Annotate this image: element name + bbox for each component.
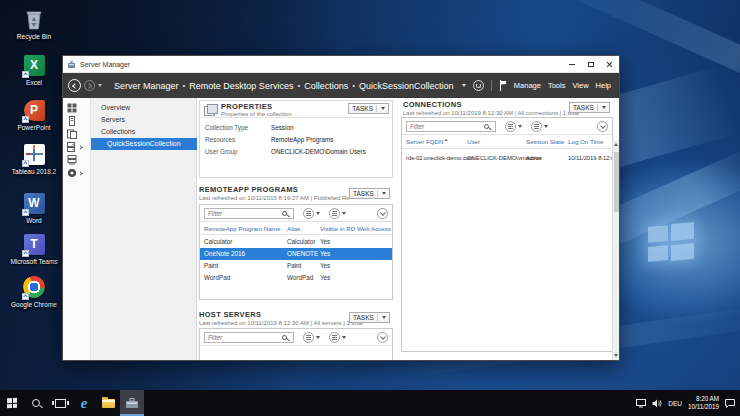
list-icon [534, 124, 539, 129]
filter-input[interactable] [205, 210, 281, 217]
minimize-button[interactable] [562, 56, 581, 72]
tree-item-servers[interactable]: Servers [91, 114, 197, 126]
filter-dropdown-button[interactable] [505, 121, 522, 132]
notifications-flag-icon[interactable] [499, 80, 507, 91]
clock-time: 8:20 AM [688, 395, 719, 404]
taskbar-server-manager-button[interactable] [120, 390, 144, 416]
menu-manage[interactable]: Manage [514, 81, 541, 90]
list-icon [306, 211, 311, 216]
remoteapp-tasks-button[interactable]: TASKS [349, 188, 390, 199]
task-view-button[interactable] [48, 390, 72, 416]
connections-subtitle: Last refreshed on 10/11/2019 8:12:30 AM … [403, 110, 579, 116]
table-row[interactable]: rds-02.oneclick-demo.com ONECLICK-DEMO\v… [402, 152, 612, 164]
filter-dropdown-button[interactable] [303, 208, 320, 219]
hostservers-tasks-button[interactable]: TASKS [349, 312, 390, 323]
hostservers-filter-row [200, 329, 392, 346]
taskbar-ie-button[interactable]: e [72, 390, 96, 416]
back-button[interactable] [68, 79, 81, 92]
hostservers-header: HOST SERVERS Last refreshed on 10/11/201… [199, 310, 363, 326]
desktop-icon-chrome[interactable]: Google Chrome [8, 274, 60, 308]
desktop-icon-word[interactable]: W Word [8, 190, 60, 224]
taskbar-explorer-button[interactable] [96, 390, 120, 416]
menu-help[interactable]: Help [596, 81, 611, 90]
desktop-icon-tableau[interactable]: Tableau 2018.2 [8, 141, 60, 175]
col-server-fqdn[interactable]: Server FQDN [406, 138, 448, 145]
desktop-icon-teams[interactable]: T Microsoft Teams [8, 231, 60, 265]
saved-queries-button[interactable] [329, 208, 346, 219]
desktop-icon-recycle-bin[interactable]: Recycle Bin [8, 6, 60, 40]
col-session-state[interactable]: Session State [526, 138, 564, 145]
properties-tasks-button[interactable]: TASKS [348, 103, 389, 114]
filter-input[interactable] [407, 123, 483, 130]
breadcrumb-item[interactable]: Remote Desktop Services [189, 81, 293, 91]
collapse-button[interactable] [377, 208, 388, 219]
refresh-button[interactable] [473, 80, 484, 91]
chevron-down-icon[interactable] [462, 84, 466, 87]
word-icon: W [21, 190, 47, 216]
nav-dashboard-icon[interactable] [67, 102, 87, 114]
connections-tasks-button[interactable]: TASKS [569, 102, 610, 113]
nav-file-storage-icon[interactable] [67, 141, 87, 153]
shortcut-arrow-icon [22, 250, 29, 257]
saved-queries-button[interactable] [329, 332, 346, 343]
breadcrumb-separator: • [297, 81, 300, 90]
nav-all-servers-icon[interactable] [67, 128, 87, 140]
saved-queries-button[interactable] [531, 121, 548, 132]
taskbar-search-button[interactable] [24, 390, 48, 416]
col-user[interactable]: User [467, 138, 480, 145]
col-remoteapp-name[interactable]: RemoteApp Program Name [204, 225, 280, 232]
network-icon[interactable] [636, 399, 646, 408]
breadcrumb-root[interactable]: Server Manager [114, 81, 179, 91]
windows-logo-icon [7, 398, 17, 409]
language-indicator[interactable]: DEU [668, 400, 682, 407]
search-icon[interactable] [282, 211, 287, 216]
menu-view[interactable]: View [572, 81, 588, 90]
filter-dropdown-button[interactable] [303, 332, 320, 343]
col-visible[interactable]: Visible in RD Web Access [320, 225, 391, 232]
maximize-button[interactable] [581, 56, 600, 72]
table-row[interactable]: Calculator Calculator Yes [200, 236, 392, 248]
filter-input[interactable] [205, 334, 281, 341]
col-alias[interactable]: Alias [287, 225, 300, 232]
collapse-button[interactable] [377, 332, 388, 343]
property-row: Collection TypeSession [205, 124, 248, 131]
collapse-button[interactable] [597, 121, 608, 132]
property-row: ResourcesRemoteApp Programs [205, 136, 235, 143]
volume-icon[interactable] [652, 399, 662, 408]
breadcrumb-item[interactable]: QuickSessionCollection [359, 81, 454, 91]
close-button[interactable] [600, 56, 619, 72]
nav-rds-icon[interactable] [67, 167, 87, 179]
search-icon[interactable] [484, 124, 489, 129]
remoteapp-filter-row [200, 205, 392, 222]
desktop-icon-excel[interactable]: X Excel [8, 52, 60, 86]
desktop-icon-label: Google Chrome [8, 301, 60, 308]
nav-local-server-icon[interactable] [67, 115, 87, 127]
forward-button[interactable] [84, 80, 95, 91]
search-icon[interactable] [282, 335, 287, 340]
connections-filter-field[interactable] [406, 121, 496, 132]
window-titlebar[interactable]: Server Manager [63, 56, 619, 73]
desktop-icon-label: Microsoft Teams [8, 258, 60, 265]
tree-item-collections[interactable]: Collections [91, 126, 197, 138]
taskbar-clock[interactable]: 8:20 AM 10/11/2019 [688, 395, 719, 412]
nav-servers-group-icon[interactable] [67, 154, 87, 166]
chevron-down-icon [316, 336, 320, 339]
table-row[interactable]: Paint Paint Yes [200, 260, 392, 272]
menu-tools[interactable]: Tools [548, 81, 566, 90]
vertical-scrollbar[interactable] [612, 140, 619, 360]
desktop-icon-powerpoint[interactable]: P PowerPoint [8, 97, 60, 131]
table-row[interactable]: WordPad WordPad Yes [200, 272, 392, 284]
col-logon-time[interactable]: Log On Time [568, 138, 603, 145]
start-button[interactable] [0, 390, 24, 416]
desktop-icon-label: Tableau 2018.2 [8, 168, 60, 175]
table-row-selected[interactable]: OneNote 2016 ONENOTE Yes [200, 248, 392, 260]
remoteapp-filter-field[interactable] [204, 208, 294, 219]
scroll-down-icon [614, 354, 618, 357]
tree-item-overview[interactable]: Overview [91, 102, 197, 114]
action-center-icon[interactable] [725, 399, 735, 408]
remoteapp-listbox: RemoteApp Program Name Alias Visible in … [199, 204, 393, 300]
history-dropdown-icon[interactable] [98, 84, 102, 87]
hostservers-filter-field[interactable] [204, 332, 294, 343]
breadcrumb-item[interactable]: Collections [304, 81, 348, 91]
tree-item-quicksessioncollection[interactable]: QuickSessionCollection [91, 138, 197, 150]
